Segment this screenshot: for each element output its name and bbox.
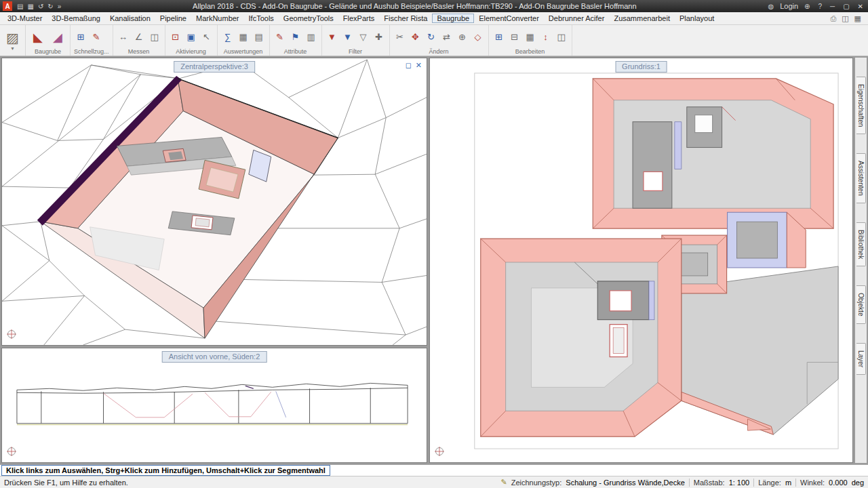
palette-icon[interactable]: ▦ <box>854 14 861 23</box>
notification-icon[interactable]: ◍ <box>766 3 776 10</box>
menu-item-3d-muster[interactable]: 3D-Muster <box>3 14 47 23</box>
elevation-outline[interactable] <box>17 383 408 423</box>
left-pane: Zentralperspektive:3 ◻ ✕ <box>1 58 427 463</box>
edit-cells-icon[interactable]: ▦ <box>524 30 537 44</box>
more-icon[interactable]: » <box>56 3 64 10</box>
viewport-close-icon[interactable]: ✕ <box>416 61 422 70</box>
perspective-drawing[interactable] <box>2 58 427 345</box>
palette-tab-eigenschaften[interactable]: Eigenschaften <box>856 77 866 134</box>
modify-icon[interactable]: ◇ <box>471 30 485 44</box>
view-origin-icon[interactable] <box>434 446 445 460</box>
front-elevation-drawing[interactable] <box>2 348 427 462</box>
view-origin-icon[interactable] <box>6 446 17 460</box>
measure-length-icon[interactable]: ↔ <box>117 30 130 44</box>
edit-remove-icon[interactable]: ⊟ <box>508 30 521 44</box>
attribute-pen-icon[interactable]: ✎ <box>273 30 287 44</box>
viewport-title-tab[interactable]: Grundriss:1 <box>615 61 667 73</box>
viewport-perspective[interactable]: Zentralperspektive:3 ◻ ✕ <box>1 58 427 346</box>
stretch-icon[interactable]: ⊕ <box>456 30 469 44</box>
filter-blue-icon[interactable]: ▼ <box>341 30 355 44</box>
plan-lavender-pit[interactable] <box>728 212 806 268</box>
plan-top-block[interactable] <box>593 79 833 228</box>
plan-shaft-opening[interactable] <box>610 291 631 311</box>
plan-wall-lavender[interactable] <box>675 122 682 169</box>
menu-item-ifctools[interactable]: IfcTools <box>244 14 279 23</box>
print-icon[interactable]: ⎙ <box>830 14 836 23</box>
menu-item-kanalisation[interactable]: Kanalisation <box>105 14 155 23</box>
viewport-front[interactable]: Ansicht von vorne, Süden:2 <box>1 348 427 463</box>
minimize-button[interactable]: ─ <box>828 3 837 10</box>
toolbar-group-filter: ▼ ▼ ▽ ✚ Filter <box>322 25 390 56</box>
menu-item-planlayout[interactable]: Planlayout <box>675 14 719 23</box>
rotate-icon[interactable]: ↻ <box>425 30 438 44</box>
filter-add-icon[interactable]: ✚ <box>372 30 386 44</box>
excavation-pit[interactable] <box>37 76 338 338</box>
toolbar-group-aktivierung: ⊡ ▣ ↖ Aktivierung <box>165 25 218 56</box>
menu-item-marknumber[interactable]: MarkNumber <box>191 14 244 23</box>
mirror-icon[interactable]: ⇄ <box>440 30 454 44</box>
palette-tab-bibliothek[interactable]: Bibliothek <box>856 222 866 266</box>
view-origin-icon[interactable] <box>6 329 17 342</box>
select-box-icon[interactable]: ▣ <box>184 30 198 44</box>
menu-item-baugrube[interactable]: Baugrube <box>432 14 474 23</box>
viewport-title-tab[interactable]: Zentralperspektive:3 <box>174 61 255 73</box>
close-button[interactable]: ✕ <box>856 3 865 10</box>
excavation-modify-icon[interactable]: ◢ <box>49 28 66 46</box>
viewport-plan[interactable]: Grundriss:1 <box>429 58 853 463</box>
viewport-restore-icon[interactable]: ◻ <box>406 61 412 70</box>
edit-panels-icon[interactable]: ◫ <box>555 30 568 44</box>
menu-item-elementconverter[interactable]: ElementConverter <box>474 14 544 23</box>
pen-icon[interactable]: ✎ <box>90 30 103 44</box>
layout-icon[interactable]: ◫ <box>842 14 848 23</box>
task-navigator-button[interactable]: ▨ ▼ <box>0 25 26 56</box>
maximize-button[interactable]: ▢ <box>841 3 851 10</box>
menu-item-pipeline[interactable]: Pipeline <box>155 14 191 23</box>
measure-angle-icon[interactable]: ∠ <box>132 30 146 44</box>
palette-tab-assistenten[interactable]: Assistenten <box>856 153 866 203</box>
undo-icon[interactable]: ↺ <box>36 3 45 10</box>
select-icon[interactable]: ⊡ <box>169 30 182 44</box>
palette-tab-objekte[interactable]: Objekte <box>856 285 866 323</box>
measure-area-icon[interactable]: ◫ <box>148 30 161 44</box>
menu-item-zusammenarbeit[interactable]: Zusammenarbeit <box>609 14 675 23</box>
attribute-flag-icon[interactable]: ⚑ <box>289 30 302 44</box>
scale-value[interactable]: 1: 100 <box>729 479 750 487</box>
right-pane: Grundriss:1 <box>429 58 853 463</box>
excavation-create-icon[interactable]: ◣ <box>29 28 47 46</box>
toolbar-group-bearbeiten: ⊞ ⊟ ▦ ↕ ◫ Bearbeiten <box>489 25 572 56</box>
filter-red-icon[interactable]: ▼ <box>326 30 339 44</box>
plan-drawing[interactable] <box>430 58 852 462</box>
menu-item-geometrytools[interactable]: GeometryTools <box>279 14 338 23</box>
menu-item-fischer-rista[interactable]: Fischer Rista <box>379 14 432 23</box>
attribute-table-icon[interactable]: ▥ <box>304 30 318 44</box>
menu-item-debrunner-acifer[interactable]: Debrunner Acifer <box>544 14 610 23</box>
angle-value[interactable]: 0.000 <box>829 479 848 487</box>
sum-icon[interactable]: ∑ <box>221 30 235 44</box>
help-icon[interactable]: ? <box>816 3 825 10</box>
filter-gray-icon[interactable]: ▽ <box>357 30 370 44</box>
save-icon[interactable]: ▦ <box>25 3 35 10</box>
plan-shaft-opening[interactable] <box>644 171 663 190</box>
plan-shaft-opening[interactable] <box>695 115 713 133</box>
list-icon[interactable]: ▤ <box>252 30 266 44</box>
plan-wall-lavender[interactable] <box>649 281 654 320</box>
move-icon[interactable]: ✥ <box>409 30 422 44</box>
connect-icon[interactable]: ⊕ <box>802 3 812 10</box>
edit-updown-icon[interactable]: ↕ <box>539 30 553 44</box>
quick-access-icon[interactable]: ⊞ <box>74 30 87 44</box>
viewport-title-tab[interactable]: Ansicht von vorne, Süden:2 <box>162 351 267 363</box>
menu-item-3d-bemassung[interactable]: 3D-Bemaßung <box>47 14 105 23</box>
report-icon[interactable]: ▦ <box>237 30 250 44</box>
plan-building-1[interactable] <box>633 122 672 209</box>
plan-main-pit[interactable] <box>481 239 682 436</box>
menu-item-flexparts[interactable]: FlexParts <box>338 14 379 23</box>
palette-tab-layer[interactable]: Layer <box>856 343 866 375</box>
scissors-icon[interactable]: ✂ <box>393 30 407 44</box>
length-value[interactable]: m <box>785 479 791 487</box>
quickaccess-menu-icon[interactable]: ▤ <box>15 3 25 10</box>
login-button[interactable]: Login <box>780 2 798 10</box>
pointer-icon[interactable]: ↖ <box>200 30 214 44</box>
redo-icon[interactable]: ↻ <box>45 3 55 10</box>
drawing-type-value[interactable]: Schalung - Grundriss Wände,Decke <box>566 479 684 487</box>
edit-grid-icon[interactable]: ⊞ <box>492 30 506 44</box>
